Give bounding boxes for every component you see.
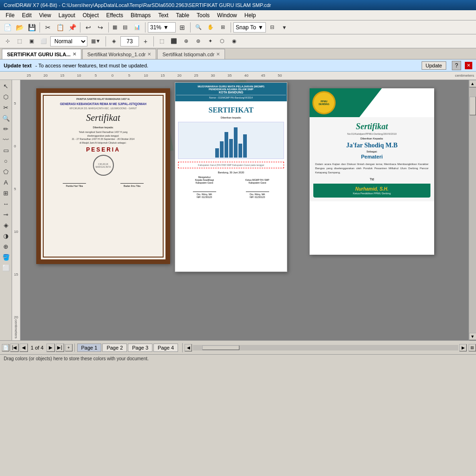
menu-text[interactable]: Text <box>154 11 172 20</box>
menu-effects[interactable]: Effects <box>103 11 127 20</box>
update-close-button[interactable]: ✕ <box>465 62 472 69</box>
snap-to-box[interactable]: Snap To ▼ <box>233 22 266 33</box>
pick-tool[interactable]: ⬚ <box>14 36 25 47</box>
zoom-fit-button[interactable]: ⊞ <box>469 344 476 351</box>
text-tool-left[interactable]: A <box>1 177 11 187</box>
arrow-tool[interactable]: ↖ <box>1 81 11 91</box>
page-file-icon[interactable]: 📄 <box>2 344 9 351</box>
scrollbar-h-track[interactable] <box>193 345 458 350</box>
page-tab-2[interactable]: Page 2 <box>102 344 127 352</box>
shape-edit-tool[interactable]: ⬡ <box>1 92 11 102</box>
opacity-value[interactable] <box>120 36 139 46</box>
redo-button[interactable]: ↪ <box>95 22 106 33</box>
tab-close-3[interactable]: ✕ <box>216 52 220 57</box>
menu-object[interactable]: Object <box>79 11 103 20</box>
crop-tool[interactable]: ✂ <box>1 102 11 112</box>
plus-btn[interactable]: + <box>140 36 151 47</box>
new-button[interactable]: 📄 <box>2 22 13 33</box>
publish-button[interactable]: 📊 <box>132 22 143 33</box>
open-button[interactable]: 📂 <box>14 22 25 33</box>
select-tool[interactable]: ⊹ <box>2 36 13 47</box>
menu-table[interactable]: Table <box>172 11 193 20</box>
zoom-dropdown-icon[interactable]: ▼ <box>163 24 169 31</box>
shape-tool[interactable]: ▣ <box>26 36 37 47</box>
import-button[interactable]: ▦ <box>111 22 119 33</box>
scroll-left-button[interactable]: ◀ <box>185 344 192 351</box>
zoom-in-button[interactable]: 🔍 <box>193 22 204 33</box>
cert3-badge: PPMUDERBING <box>312 91 336 114</box>
menu-view[interactable]: View <box>35 11 55 20</box>
scroll-right-button[interactable]: ▶ <box>459 344 467 351</box>
page-next-button[interactable]: ▶ <box>46 344 55 352</box>
page-last-button[interactable]: ▶| <box>56 344 64 352</box>
separator3 <box>108 22 109 33</box>
effect-btn3[interactable]: ⊕ <box>180 36 192 47</box>
scroll-down-button[interactable]: ▼ <box>469 333 476 340</box>
undo-button[interactable]: ↩ <box>83 22 94 33</box>
menu-edit[interactable]: Edit <box>18 11 35 20</box>
page-prev-button[interactable]: ◀ <box>20 344 28 352</box>
eyedropper-tool[interactable]: ⊕ <box>1 241 11 251</box>
paste-button[interactable]: 📌 <box>66 22 78 33</box>
fill-tool[interactable]: 🪣 <box>1 252 11 262</box>
table-tool[interactable]: ⊞ <box>1 188 11 198</box>
tab-close-1[interactable]: ✕ <box>73 52 76 57</box>
export-button[interactable]: ▤ <box>119 22 131 33</box>
color-button[interactable]: ▼ <box>279 22 290 33</box>
cert2-header3: KOTA BANDUNG <box>176 91 286 94</box>
scroll-up-button[interactable]: ▲ <box>469 80 476 87</box>
opacity-icon: ◈ <box>108 36 119 47</box>
menu-layout[interactable]: Layout <box>55 11 79 20</box>
dimension-tool[interactable]: ↔ <box>1 198 11 209</box>
page-add-icon[interactable]: + <box>65 344 73 351</box>
tab-sertifikat-guru[interactable]: SERTIFIKAT GURU ISLA... ✕ <box>2 49 81 59</box>
zoom-box[interactable]: 31% ▼ <box>148 22 176 33</box>
text-tool[interactable]: ⬜ <box>38 36 49 47</box>
rect-tool[interactable]: ▭ <box>1 145 11 155</box>
menu-window[interactable]: Window <box>213 11 241 20</box>
update-help-button[interactable]: ? <box>452 61 461 70</box>
effect-btn4[interactable]: ⊛ <box>192 36 204 47</box>
outline-tool[interactable]: ⬜ <box>1 263 11 273</box>
effect-btn5[interactable]: ✦ <box>205 36 216 47</box>
menu-file[interactable]: File <box>2 11 18 20</box>
page-tab-3[interactable]: Page 3 <box>128 344 152 352</box>
effect-btn7[interactable]: ◉ <box>229 36 240 47</box>
page-first-button[interactable]: |◀ <box>10 344 19 352</box>
tab-close-2[interactable]: ✕ <box>147 52 151 57</box>
transparency-tool[interactable]: ◑ <box>1 231 11 241</box>
canvas-area[interactable]: NDI PANITIA SANTRI KILAT RAMADHAN 1437 H… <box>20 80 469 340</box>
copy-button[interactable]: 📋 <box>54 22 66 33</box>
effect-tool-left[interactable]: ◈ <box>1 220 11 230</box>
scrollbar-h-thumb[interactable] <box>202 345 239 350</box>
menu-bitmaps[interactable]: Bitmaps <box>127 11 154 20</box>
normal-select[interactable]: Normal <box>50 36 87 46</box>
smart-draw-tool[interactable]: 〰 <box>1 134 11 145</box>
effect-btn2[interactable]: ⬛ <box>168 36 179 47</box>
align-button[interactable]: ⊟ <box>267 22 278 33</box>
update-button[interactable]: Update <box>422 61 446 70</box>
scroll-thumb[interactable] <box>469 97 476 115</box>
zoom-tool[interactable]: 🔍 <box>1 113 11 123</box>
ellipse-tool[interactable]: ○ <box>1 156 11 166</box>
menu-help[interactable]: Help <box>241 11 260 20</box>
menu-tools[interactable]: Tools <box>193 11 213 20</box>
scrollbar-vertical[interactable]: ▲ ▼ <box>469 80 476 340</box>
pattern-btn[interactable]: ▦▼ <box>88 36 103 47</box>
connector-tool[interactable]: ⊸ <box>1 209 11 219</box>
grid-button[interactable]: ⊞ <box>217 22 228 33</box>
tab-workshop[interactable]: Sertifikat Workshop_1.cdr ✕ <box>82 49 157 59</box>
cert2-main: SERTIFIKAT <box>178 106 284 114</box>
page-tab-4[interactable]: Page 4 <box>153 344 178 352</box>
effect-btn1[interactable]: ⬚ <box>156 36 167 47</box>
pan-button[interactable]: ✋ <box>205 22 216 33</box>
cut-button[interactable]: ✂ <box>42 22 53 33</box>
tab-istiqomah[interactable]: Sertifikat Istiqomah.cdr ✕ <box>157 49 225 59</box>
effect-btn6[interactable]: ⬡ <box>217 36 228 47</box>
page-tab-1[interactable]: Page 1 <box>77 344 102 352</box>
polygon-tool[interactable]: ⬠ <box>1 166 11 177</box>
save-button[interactable]: 💾 <box>26 22 37 33</box>
scroll-track[interactable] <box>469 87 476 333</box>
freehand-tool[interactable]: ✏ <box>1 124 11 134</box>
zoom-full-button[interactable]: ⊞ <box>177 22 188 33</box>
